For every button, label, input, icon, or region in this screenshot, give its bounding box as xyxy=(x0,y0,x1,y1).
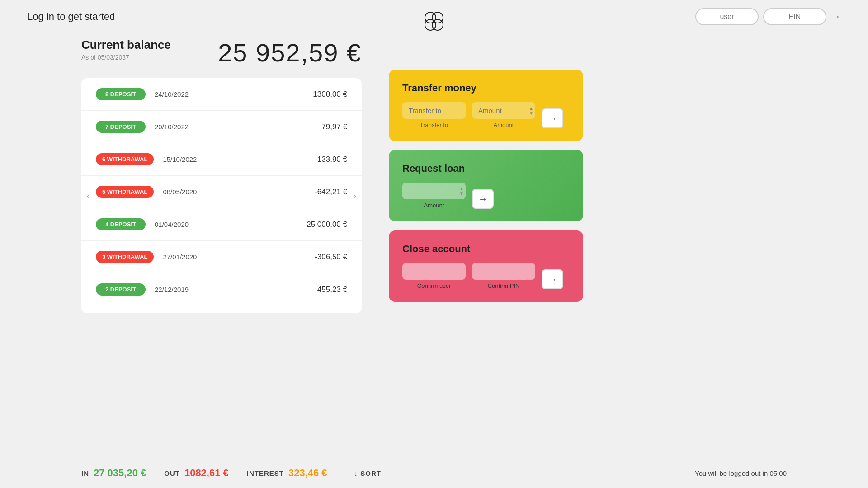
transaction-badge: 5 WITHDRAWAL xyxy=(96,186,154,198)
transfer-amount-input[interactable] xyxy=(472,102,535,119)
table-row: 3 WITHDRAWAL27/01/2020-306,50 € xyxy=(81,241,362,273)
close-submit-button[interactable]: → xyxy=(542,269,563,289)
confirm-user-input[interactable] xyxy=(402,263,466,280)
user-input[interactable] xyxy=(695,8,759,25)
transaction-badge: 6 WITHDRAWAL xyxy=(96,153,154,165)
transaction-amount: 79,97 € xyxy=(321,122,347,131)
transaction-date: 15/10/2022 xyxy=(163,155,306,163)
header: Log in to get started → xyxy=(0,0,868,33)
transfer-to-label: Transfer to xyxy=(420,122,448,128)
transaction-amount: -642,21 € xyxy=(315,188,347,197)
in-label: IN xyxy=(81,469,89,477)
header-title: Log in to get started xyxy=(27,11,115,23)
footer-interest-stat: INTEREST 323,46 € xyxy=(247,467,327,479)
balance-date: As of 05/03/2037 xyxy=(81,54,171,61)
loan-amount-group: ▲▼ Amount xyxy=(402,183,466,209)
interest-value: 323,46 € xyxy=(288,467,327,479)
table-row: 2 DEPOSIT22/12/2019455,23 € xyxy=(81,273,362,305)
transaction-date: 20/10/2022 xyxy=(155,123,312,131)
transaction-badge: 2 DEPOSIT xyxy=(96,283,146,296)
transfer-amount-group: ▲▼ Amount xyxy=(472,102,535,128)
confirm-user-label: Confirm user xyxy=(417,282,451,289)
loan-amount-input[interactable] xyxy=(402,183,466,199)
transaction-amount: 25 000,00 € xyxy=(307,220,347,229)
transaction-date: 01/04/2020 xyxy=(155,221,297,228)
logout-timer: You will be logged out in 05:00 xyxy=(695,469,787,477)
pin-input[interactable] xyxy=(763,8,826,25)
footer-bar: IN 27 035,20 € OUT 1082,61 € INTEREST 32… xyxy=(0,458,868,488)
transaction-badge: 7 DEPOSIT xyxy=(96,121,146,133)
table-row: 7 DEPOSIT20/10/202279,97 € xyxy=(81,111,362,143)
loan-row: ▲▼ Amount → xyxy=(402,183,570,209)
sort-button[interactable]: ↓ SORT xyxy=(354,469,381,477)
svg-point-3 xyxy=(432,19,443,30)
transaction-date: 27/01/2020 xyxy=(163,253,306,261)
close-title: Close account xyxy=(402,243,570,255)
confirm-pin-input[interactable] xyxy=(472,263,535,280)
loan-amount-label: Amount xyxy=(424,202,444,209)
transaction-amount: -306,50 € xyxy=(315,253,347,262)
transaction-date: 24/10/2022 xyxy=(155,90,304,98)
transfer-title: Transfer money xyxy=(402,82,570,94)
transfer-amount-label: Amount xyxy=(494,122,514,128)
table-row: 5 WITHDRAWAL08/05/2020-642,21 € xyxy=(81,176,362,208)
transaction-amount: 1300,00 € xyxy=(313,90,347,99)
transaction-amount: 455,23 € xyxy=(317,285,347,294)
close-row: Confirm user Confirm PIN → xyxy=(402,263,570,289)
transaction-badge: 3 WITHDRAWAL xyxy=(96,251,154,263)
transaction-badge: 8 DEPOSIT xyxy=(96,88,146,100)
confirm-pin-label: Confirm PIN xyxy=(488,282,520,289)
balance-label: Current balance xyxy=(81,38,171,52)
transfer-row: Transfer to ▲▼ Amount → xyxy=(402,102,570,128)
transfer-to-input[interactable] xyxy=(402,102,466,119)
left-panel: Current balance As of 05/03/2037 25 952,… xyxy=(81,38,362,313)
scroll-left-icon[interactable]: ‹ xyxy=(87,191,90,201)
interest-label: INTEREST xyxy=(247,469,284,477)
right-panel: Transfer money Transfer to ▲▼ Amount → R… xyxy=(389,70,583,313)
close-account-card: Close account Confirm user Confirm PIN → xyxy=(389,230,583,302)
transactions-list[interactable]: 8 DEPOSIT24/10/20221300,00 €7 DEPOSIT20/… xyxy=(81,78,362,313)
balance-amount: 25 952,59 € xyxy=(218,38,362,67)
transfer-card: Transfer money Transfer to ▲▼ Amount → xyxy=(389,70,583,141)
loan-amount-spin[interactable]: ▲▼ xyxy=(459,186,464,196)
out-label: OUT xyxy=(164,469,180,477)
table-row: 4 DEPOSIT01/04/202025 000,00 € xyxy=(81,208,362,241)
balance-section: Current balance As of 05/03/2037 25 952,… xyxy=(81,38,362,67)
out-value: 1082,61 € xyxy=(184,467,229,479)
loan-title: Request loan xyxy=(402,163,570,174)
loan-card: Request loan ▲▼ Amount → xyxy=(389,150,583,221)
main-content: Current balance As of 05/03/2037 25 952,… xyxy=(0,38,868,313)
transaction-amount: -133,90 € xyxy=(315,155,347,164)
logo-icon xyxy=(421,8,447,34)
confirm-pin-group: Confirm PIN xyxy=(472,263,535,289)
footer-in-stat: IN 27 035,20 € xyxy=(81,467,146,479)
table-row: 8 DEPOSIT24/10/20221300,00 € xyxy=(81,78,362,111)
transaction-date: 08/05/2020 xyxy=(163,188,306,196)
login-arrow[interactable]: → xyxy=(831,11,841,23)
sort-label: ↓ SORT xyxy=(354,469,381,477)
scroll-right-icon[interactable]: › xyxy=(354,191,356,201)
loan-submit-button[interactable]: → xyxy=(472,189,494,209)
transaction-date: 22/12/2019 xyxy=(155,286,308,293)
header-login-area: → xyxy=(695,8,841,25)
transactions-container: 8 DEPOSIT24/10/20221300,00 €7 DEPOSIT20/… xyxy=(81,78,362,313)
in-value: 27 035,20 € xyxy=(94,467,146,479)
table-row: 6 WITHDRAWAL15/10/2022-133,90 € xyxy=(81,143,362,176)
logo-container xyxy=(421,8,447,36)
confirm-user-group: Confirm user xyxy=(402,263,466,289)
transfer-submit-button[interactable]: → xyxy=(542,108,563,128)
transfer-to-group: Transfer to xyxy=(402,102,466,128)
transfer-amount-spin[interactable]: ▲▼ xyxy=(529,106,533,116)
transaction-badge: 4 DEPOSIT xyxy=(96,218,146,230)
footer-out-stat: OUT 1082,61 € xyxy=(164,467,229,479)
